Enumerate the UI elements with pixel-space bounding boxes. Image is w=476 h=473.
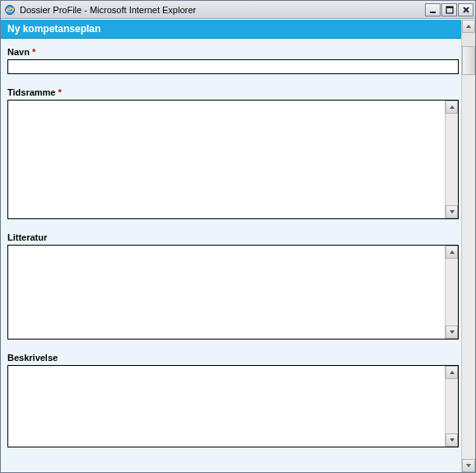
scroll-track[interactable] bbox=[446, 259, 458, 325]
scroll-up-icon[interactable] bbox=[446, 246, 458, 259]
client-area: Ny kompetanseplan Navn * Tidsramme * bbox=[1, 19, 475, 472]
page-scrollbar[interactable] bbox=[461, 20, 475, 472]
required-tidsramme: * bbox=[58, 87, 62, 97]
svg-rect-3 bbox=[446, 7, 453, 8]
label-beskrivelse: Beskrivelse bbox=[7, 353, 455, 363]
field-navn: Navn * bbox=[7, 47, 455, 74]
label-litteratur-text: Litteratur bbox=[7, 232, 47, 242]
label-tidsramme: Tidsramme * bbox=[7, 87, 455, 97]
scroll-up-icon[interactable] bbox=[462, 20, 475, 33]
window-buttons bbox=[425, 3, 474, 16]
app-window: Dossier ProFile - Microsoft Internet Exp… bbox=[0, 0, 476, 473]
close-button[interactable] bbox=[458, 3, 474, 16]
label-beskrivelse-text: Beskrivelse bbox=[7, 353, 58, 363]
navn-input[interactable] bbox=[7, 59, 459, 74]
tidsramme-scrollbar[interactable] bbox=[445, 101, 458, 218]
scroll-track[interactable] bbox=[446, 114, 458, 205]
page-heading: Ny kompetanseplan bbox=[1, 20, 461, 39]
label-navn: Navn * bbox=[7, 47, 455, 57]
beskrivelse-input[interactable] bbox=[8, 366, 445, 447]
scroll-thumb[interactable] bbox=[462, 46, 475, 75]
minimize-button[interactable] bbox=[425, 3, 441, 16]
scroll-track[interactable] bbox=[446, 379, 458, 433]
maximize-button[interactable] bbox=[441, 3, 457, 16]
litteratur-input[interactable] bbox=[8, 246, 445, 339]
scroll-down-icon[interactable] bbox=[462, 459, 475, 472]
scroll-down-icon[interactable] bbox=[446, 433, 458, 447]
titlebar: Dossier ProFile - Microsoft Internet Exp… bbox=[1, 1, 475, 19]
label-tidsramme-text: Tidsramme bbox=[7, 87, 56, 97]
tidsramme-wrap bbox=[7, 100, 459, 219]
window-title: Dossier ProFile - Microsoft Internet Exp… bbox=[20, 5, 425, 15]
svg-rect-1 bbox=[430, 12, 436, 13]
scroll-up-icon[interactable] bbox=[446, 101, 458, 114]
beskrivelse-wrap bbox=[7, 365, 459, 447]
scroll-track[interactable] bbox=[462, 75, 475, 459]
field-litteratur: Litteratur bbox=[7, 232, 455, 340]
scroll-down-icon[interactable] bbox=[446, 325, 458, 339]
field-beskrivelse: Beskrivelse bbox=[7, 353, 455, 447]
form-body: Navn * Tidsramme * bbox=[1, 39, 461, 467]
tidsramme-input[interactable] bbox=[8, 101, 445, 218]
scroll-down-icon[interactable] bbox=[446, 205, 458, 218]
litteratur-wrap bbox=[7, 245, 459, 340]
litteratur-scrollbar[interactable] bbox=[445, 246, 458, 339]
content-pane: Ny kompetanseplan Navn * Tidsramme * bbox=[1, 20, 461, 472]
field-tidsramme: Tidsramme * bbox=[7, 87, 455, 219]
label-litteratur: Litteratur bbox=[7, 232, 455, 242]
beskrivelse-scrollbar[interactable] bbox=[445, 366, 458, 447]
scroll-up-icon[interactable] bbox=[446, 366, 458, 379]
required-navn: * bbox=[32, 47, 35, 57]
ie-icon bbox=[4, 4, 16, 16]
label-navn-text: Navn bbox=[7, 47, 30, 57]
